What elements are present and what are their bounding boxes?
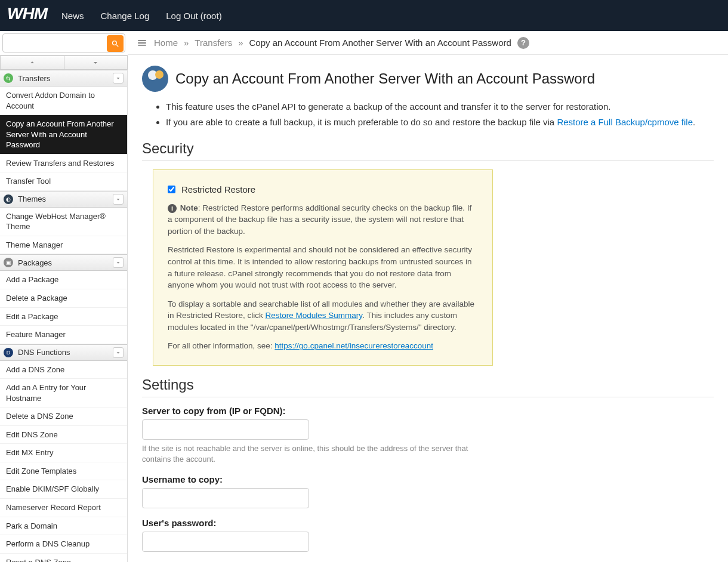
sidebar-item-edit-zone-templates[interactable]: Edit Zone Templates bbox=[0, 462, 127, 481]
intro: This feature uses the cPanel API to gene… bbox=[142, 100, 714, 128]
sidebar-item-transfer-tool[interactable]: Transfer Tool bbox=[0, 172, 127, 191]
username-input[interactable] bbox=[142, 488, 309, 508]
restricted-restore-checkbox[interactable] bbox=[168, 186, 175, 193]
insecure-restore-link[interactable]: https://go.cpanel.net/insecurerestoreacc… bbox=[274, 341, 433, 350]
server-field-group: Server to copy from (IP or FQDN): If the… bbox=[142, 406, 714, 465]
sidebar-item-reset-dns[interactable]: Reset a DNS Zone bbox=[0, 554, 127, 562]
settings-heading: Settings bbox=[142, 376, 714, 397]
password-label: User's password: bbox=[142, 518, 714, 528]
sidebar-cat-label: Transfers bbox=[18, 74, 50, 83]
server-input[interactable] bbox=[142, 419, 309, 440]
breadcrumb: Home » Transfers » Copy an Account From … bbox=[128, 31, 728, 55]
sidebar-cat-label: DNS Functions bbox=[18, 348, 70, 357]
main: Home » Transfers » Copy an Account From … bbox=[128, 31, 728, 562]
expand-all-button[interactable] bbox=[64, 55, 128, 70]
sidebar-cat-dns[interactable]: D DNS Functions bbox=[0, 344, 127, 361]
cat-toggle[interactable] bbox=[113, 73, 124, 84]
logo: WHM bbox=[7, 4, 47, 27]
search-icon bbox=[111, 39, 120, 48]
intro-line-2: If you are able to create a full backup,… bbox=[166, 116, 714, 128]
note-p1: i Note: Restricted Restore performs addi… bbox=[168, 202, 478, 237]
top-nav: News Change Log Log Out (root) bbox=[61, 11, 222, 21]
sidebar-item-add-dns-zone[interactable]: Add a DNS Zone bbox=[0, 361, 127, 379]
cat-toggle[interactable] bbox=[113, 257, 124, 268]
username-field-group: Username to copy: bbox=[142, 474, 714, 508]
sidebar-item-ns-report[interactable]: Nameserver Record Report bbox=[0, 499, 127, 517]
info-icon: i bbox=[168, 204, 177, 213]
page-title-row: Copy an Account From Another Server With… bbox=[142, 66, 714, 92]
sidebar-item-delete-package[interactable]: Delete a Package bbox=[0, 289, 127, 308]
content: Copy an Account From Another Server With… bbox=[128, 55, 728, 562]
restore-full-backup-link[interactable]: Restore a Full Backup/cpmove file bbox=[557, 117, 693, 127]
note-p3: To display a sortable and searchable lis… bbox=[168, 298, 478, 334]
sidebar-item-theme-manager[interactable]: Theme Manager bbox=[0, 236, 127, 255]
collapse-buttons bbox=[0, 55, 128, 70]
chevron-down-icon bbox=[92, 59, 99, 66]
note-p2: Restricted Restore is experimental and s… bbox=[168, 244, 478, 291]
breadcrumb-sep: » bbox=[238, 38, 243, 48]
page-icon bbox=[142, 66, 168, 92]
breadcrumb-section[interactable]: Transfers bbox=[195, 38, 232, 48]
security-notice: Restricted Restore i Note: Restricted Re… bbox=[153, 169, 493, 366]
transfers-icon: ⇆ bbox=[4, 73, 13, 83]
sidebar-cat-packages[interactable]: ▣ Packages bbox=[0, 254, 127, 271]
sidebar-item-change-whm-theme[interactable]: Change WebHost Manager® Theme bbox=[0, 208, 127, 236]
server-help: If the site is not reachable and the ser… bbox=[142, 443, 482, 465]
sidebar-cat-label: Packages bbox=[18, 258, 52, 267]
sidebar-cat-themes[interactable]: ◐ Themes bbox=[0, 191, 127, 208]
intro-line-1: This feature uses the cPanel API to gene… bbox=[166, 100, 714, 113]
hamburger-icon bbox=[136, 38, 148, 48]
packages-icon: ▣ bbox=[4, 258, 13, 267]
restore-modules-link[interactable]: Restore Modules Summary bbox=[266, 311, 363, 320]
nav-changelog[interactable]: Change Log bbox=[101, 11, 150, 21]
sidebar-item-review-transfers[interactable]: Review Transfers and Restores bbox=[0, 155, 127, 173]
search-button[interactable] bbox=[107, 35, 124, 52]
sidebar-item-copy-account[interactable]: Copy an Account From Another Server With… bbox=[0, 115, 127, 155]
sidebar-item-feature-manager[interactable]: Feature Manager bbox=[0, 326, 127, 344]
sidebar-item-edit-mx[interactable]: Edit MX Entry bbox=[0, 444, 127, 462]
sidebar-item-add-package[interactable]: Add a Package bbox=[0, 271, 127, 289]
cat-toggle[interactable] bbox=[113, 194, 124, 205]
sidebar-scroll[interactable]: ⇆ Transfers Convert Addon Domain to Acco… bbox=[0, 70, 127, 562]
sidebar-item-dns-cleanup[interactable]: Perform a DNS Cleanup bbox=[0, 535, 127, 554]
security-heading: Security bbox=[142, 140, 714, 161]
password-input[interactable] bbox=[142, 532, 309, 552]
sidebar-toggle[interactable] bbox=[136, 38, 148, 48]
help-button[interactable]: ? bbox=[517, 37, 529, 49]
cat-toggle[interactable] bbox=[113, 347, 124, 358]
server-label: Server to copy from (IP or FQDN): bbox=[142, 406, 714, 416]
dns-icon: D bbox=[4, 348, 13, 357]
sidebar-item-park-domain[interactable]: Park a Domain bbox=[0, 517, 127, 536]
breadcrumb-sep: » bbox=[184, 38, 189, 48]
password-field-group: User's password: bbox=[142, 518, 714, 552]
sidebar-item-add-a-entry[interactable]: Add an A Entry for Your Hostname bbox=[0, 379, 127, 407]
breadcrumb-home[interactable]: Home bbox=[154, 38, 178, 48]
sidebar-cat-label: Themes bbox=[18, 194, 46, 203]
themes-icon: ◐ bbox=[4, 194, 13, 204]
nav-news[interactable]: News bbox=[61, 11, 84, 21]
chevron-up-icon bbox=[29, 59, 36, 66]
sidebar-item-enable-dkim[interactable]: Enable DKIM/SPF Globally bbox=[0, 480, 127, 499]
breadcrumb-current: Copy an Account From Another Server With… bbox=[249, 38, 511, 48]
top-header: WHM News Change Log Log Out (root) bbox=[0, 0, 728, 31]
sidebar-cat-transfers[interactable]: ⇆ Transfers bbox=[0, 70, 127, 87]
restricted-restore-label: Restricted Restore bbox=[181, 183, 255, 196]
page-title: Copy an Account From Another Server With… bbox=[175, 70, 595, 87]
sidebar: ⇆ Transfers Convert Addon Domain to Acco… bbox=[0, 31, 128, 562]
sidebar-item-edit-dns-zone[interactable]: Edit DNS Zone bbox=[0, 426, 127, 444]
search-box bbox=[0, 31, 128, 55]
sidebar-item-delete-dns-zone[interactable]: Delete a DNS Zone bbox=[0, 407, 127, 426]
nav-logout[interactable]: Log Out (root) bbox=[166, 11, 221, 21]
username-label: Username to copy: bbox=[142, 474, 714, 484]
collapse-all-button[interactable] bbox=[0, 55, 64, 70]
sidebar-item-edit-package[interactable]: Edit a Package bbox=[0, 308, 127, 326]
sidebar-item-convert-addon[interactable]: Convert Addon Domain to Account bbox=[0, 87, 127, 115]
note-p4: For all other information, see: https://… bbox=[168, 340, 478, 352]
